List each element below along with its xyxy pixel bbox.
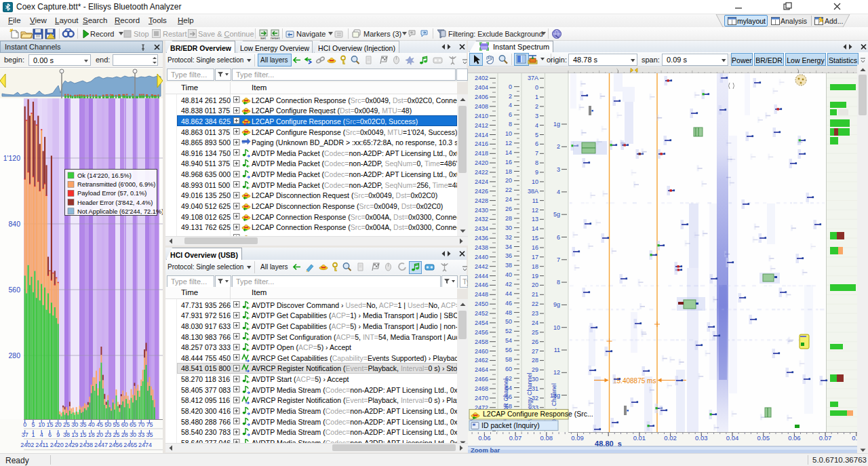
svg-text:54: 54	[505, 337, 512, 344]
svg-text:10: 10	[505, 130, 512, 137]
svg-text:2454: 2454	[475, 319, 488, 326]
svg-text:Payload Error (57, 0.1%): Payload Error (57, 0.1%)	[77, 190, 146, 197]
svg-text:2465: 2465	[123, 442, 137, 448]
svg-text:75: 75	[146, 421, 153, 428]
svg-text:2: 2	[557, 143, 560, 150]
svg-text:27: 27	[532, 348, 538, 355]
svg-text:0: 0	[23, 421, 26, 428]
svg-text:0.07: 0.07	[509, 434, 522, 442]
svg-text:3: 3	[557, 166, 560, 173]
svg-text:2402: 2402	[20, 442, 34, 448]
svg-text:15: 15	[79, 431, 86, 438]
svg-text:2458: 2458	[475, 338, 488, 345]
svg-text:2440: 2440	[475, 254, 488, 260]
svg-text:60: 60	[505, 366, 512, 372]
svg-text:2426: 2426	[475, 188, 488, 195]
svg-text:2438: 2438	[475, 244, 488, 251]
svg-text:44: 44	[505, 290, 512, 297]
svg-text:10: 10	[38, 421, 45, 428]
svg-text:Retransmitted (6'000, 6.9%): Retransmitted (6'000, 6.9%)	[77, 181, 155, 188]
svg-text:15: 15	[46, 421, 53, 428]
svg-text:reset: reset	[271, 36, 280, 40]
svg-text:38: 38	[63, 431, 70, 438]
svg-text:2414: 2414	[475, 132, 488, 138]
svg-text:14: 14	[505, 149, 512, 156]
svg-text:802.11 Channel: 802.11 Channel	[551, 383, 557, 426]
svg-text:8: 8	[535, 159, 538, 166]
svg-text:560: 560	[8, 286, 20, 294]
svg-text:35: 35	[146, 431, 153, 438]
svg-text:2452: 2452	[475, 310, 488, 317]
svg-text:34: 34	[505, 244, 512, 250]
svg-text:6: 6	[557, 234, 560, 241]
svg-text:2446: 2446	[475, 281, 488, 288]
svg-text:28: 28	[505, 215, 512, 222]
svg-text:16: 16	[532, 244, 538, 251]
svg-text:2418: 2418	[475, 150, 488, 157]
svg-text:2422: 2422	[475, 169, 488, 176]
svg-text:2444: 2444	[475, 273, 488, 279]
svg-text:11: 11	[554, 347, 560, 353]
svg-text:1'120: 1'120	[3, 154, 21, 162]
svg-text:0.0: 0.0	[852, 434, 857, 442]
svg-text:23: 23	[104, 431, 111, 438]
svg-text:2448: 2448	[475, 291, 488, 298]
svg-text:2470: 2470	[475, 395, 488, 402]
svg-text:48: 48	[505, 309, 512, 316]
svg-text:7: 7	[557, 256, 560, 263]
svg-text:2432: 2432	[475, 216, 488, 222]
svg-text:0.03: 0.03	[695, 434, 708, 442]
svg-text:20: 20	[505, 177, 512, 184]
svg-text:8: 8	[557, 279, 560, 286]
svg-text:16: 16	[505, 159, 512, 166]
svg-text:20: 20	[55, 421, 62, 428]
svg-text:6: 6	[48, 431, 52, 438]
svg-text:4: 4	[40, 431, 43, 438]
svg-text:1g: 1g	[553, 121, 560, 128]
svg-text:0.06: 0.06	[788, 434, 801, 442]
svg-text:23: 23	[532, 310, 538, 317]
svg-text:30: 30	[505, 225, 512, 231]
svg-text:19: 19	[532, 273, 538, 279]
svg-text:280: 280	[8, 351, 20, 360]
svg-text:Not Applicable (62'244, 72.1%): Not Applicable (62'244, 72.1%)	[77, 208, 163, 215]
svg-text:12: 12	[532, 207, 538, 214]
svg-text:60: 60	[121, 421, 128, 428]
svg-text:20: 20	[96, 431, 103, 438]
svg-text:14: 14	[532, 225, 538, 232]
svg-text:2468: 2468	[475, 385, 488, 392]
svg-text:2406: 2406	[475, 94, 488, 100]
svg-text:30: 30	[130, 431, 136, 438]
svg-text:12: 12	[505, 140, 512, 147]
svg-text:52: 52	[505, 328, 512, 334]
svg-text:5: 5	[31, 421, 35, 428]
svg-text:2456: 2456	[475, 329, 488, 336]
svg-text:2410: 2410	[475, 113, 488, 119]
svg-text:2402: 2402	[475, 75, 488, 81]
svg-text:2404: 2404	[475, 84, 488, 91]
svg-text:2411: 2411	[35, 442, 48, 448]
svg-text:ID packet (Inquiry): ID packet (Inquiry)	[481, 421, 540, 429]
svg-text:2408: 2408	[475, 103, 488, 110]
svg-text:840: 840	[8, 220, 20, 228]
svg-text:2420: 2420	[475, 159, 488, 166]
svg-text:17: 17	[532, 254, 538, 260]
svg-text:0: 0	[535, 84, 538, 91]
svg-text:65: 65	[130, 421, 136, 428]
svg-text:26: 26	[505, 206, 512, 212]
svg-text:1: 1	[31, 431, 35, 438]
svg-text:10: 10	[532, 178, 538, 185]
svg-text:Header Error (3'842, 4.4%): Header Error (3'842, 4.4%)	[77, 199, 153, 206]
svg-text:2430: 2430	[475, 207, 488, 214]
svg-text:13: 13	[71, 431, 78, 438]
svg-text:0.07: 0.07	[819, 434, 832, 442]
svg-text:32: 32	[505, 234, 512, 241]
svg-text:20: 20	[532, 281, 538, 288]
svg-text:26: 26	[532, 338, 538, 345]
svg-text:25: 25	[113, 431, 119, 438]
svg-text:58: 58	[505, 356, 512, 363]
svg-text:25: 25	[532, 329, 538, 336]
svg-text:set: set	[260, 36, 266, 40]
svg-text:40: 40	[505, 271, 512, 278]
svg-text:2412: 2412	[475, 122, 488, 129]
